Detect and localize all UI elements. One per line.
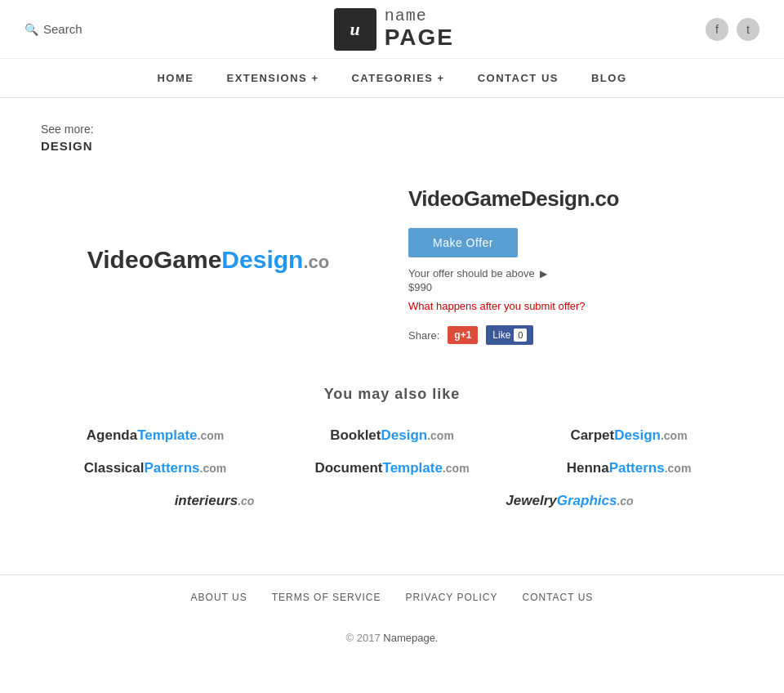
category-link[interactable]: DESIGN — [41, 139, 93, 153]
make-offer-button[interactable]: Make Offer — [408, 228, 518, 257]
item-part2: Patterns — [609, 460, 665, 476]
item-part2: Design — [614, 427, 661, 443]
offer-arrow-icon: ▶ — [540, 268, 547, 279]
item-part2: Patterns — [145, 460, 200, 476]
item-tld: .com — [443, 462, 470, 475]
see-more-label: See more: — [41, 123, 743, 136]
copyright-brand[interactable]: Namepage. — [383, 632, 438, 644]
copyright-year: © 2017 — [346, 632, 381, 644]
domain-logo: VideoGameDesign.co — [87, 246, 329, 274]
also-like-row3: interieurs.co JewelryGraphics.co — [41, 493, 743, 509]
item-tld: .com — [661, 429, 688, 442]
item-part1: Classical — [84, 460, 145, 476]
item-tld: .co — [617, 494, 633, 507]
fb-count: 0 — [514, 329, 527, 342]
footer-nav: ABOUT US TERMS OF SERVICE PRIVACY POLICY… — [0, 575, 784, 619]
item-part2: Template — [383, 460, 443, 476]
domain-logo-area: VideoGameDesign.co — [41, 178, 376, 342]
search-label: Search — [43, 22, 82, 36]
offer-hint-text: Your offer should be above — [408, 267, 535, 279]
item-part1: interieurs — [175, 493, 238, 508]
item-part2: Design — [381, 427, 427, 443]
also-like-title: You may also like — [41, 386, 743, 403]
footer-terms[interactable]: TERMS OF SERVICE — [272, 592, 381, 603]
item-tld: .com — [198, 429, 225, 442]
item-part1: Booklet — [330, 427, 381, 443]
fb-like-label: Like — [492, 329, 510, 341]
domain-title: VideoGameDesign.co — [408, 186, 743, 212]
search-icon: 🔍 — [24, 23, 38, 36]
also-like-section: You may also like AgendaTemplate.com Boo… — [41, 386, 743, 509]
also-like-row1: AgendaTemplate.com BookletDesign.com Car… — [41, 427, 743, 444]
list-item[interactable]: ClassicalPatterns.com — [84, 460, 226, 476]
main-content: See more: DESIGN VideoGameDesign.co Vide… — [24, 98, 760, 534]
share-label: Share: — [408, 329, 439, 342]
social-icons: f t — [706, 18, 760, 41]
copyright: © 2017 Namepage. — [0, 619, 784, 656]
nav-extensions[interactable]: EXTENSIONS + — [226, 72, 318, 84]
footer-about[interactable]: ABOUT US — [191, 592, 247, 603]
list-item[interactable]: HennaPatterns.com — [567, 460, 692, 476]
nav-contact[interactable]: CONTACT US — [478, 72, 559, 84]
item-part1: Carpet — [570, 427, 614, 443]
breadcrumb: See more: DESIGN — [41, 123, 743, 154]
item-tld: .com — [665, 462, 692, 475]
list-item[interactable]: JewelryGraphics.co — [506, 493, 633, 509]
item-part1: Henna — [567, 460, 609, 476]
nav-blog[interactable]: BLOG — [591, 72, 627, 84]
twitter-icon[interactable]: t — [737, 18, 760, 41]
list-item[interactable]: CarpetDesign.com — [570, 427, 687, 444]
logo-icon: u — [334, 8, 376, 51]
logo-text: name PAGE — [385, 7, 454, 51]
offer-hint: Your offer should be above ▶ — [408, 267, 743, 279]
domain-logo-part2: Design — [221, 246, 303, 273]
logo-name: name — [385, 7, 454, 25]
footer-contact[interactable]: CONTACT US — [522, 592, 593, 603]
nav-categories[interactable]: CATEGORIES + — [351, 72, 444, 84]
header: 🔍 Search u name PAGE f t — [0, 0, 784, 59]
item-tld: .com — [427, 429, 454, 442]
list-item[interactable]: BookletDesign.com — [330, 427, 454, 444]
offer-amount: $990 — [408, 281, 743, 293]
domain-logo-tld: .co — [303, 252, 329, 272]
list-item[interactable]: AgendaTemplate.com — [87, 427, 224, 444]
domain-showcase: VideoGameDesign.co VideoGameDesign.co Ma… — [41, 178, 743, 345]
item-part2: Graphics — [557, 493, 617, 508]
domain-logo-part1: VideoGame — [87, 246, 222, 273]
logo[interactable]: u name PAGE — [334, 7, 454, 51]
logo-page: PAGE — [385, 25, 454, 51]
item-tld: .co — [238, 494, 254, 507]
list-item[interactable]: interieurs.co — [175, 493, 255, 509]
item-part2: Template — [137, 427, 197, 443]
gplus-button[interactable]: g+1 — [448, 326, 478, 344]
nav-home[interactable]: HOME — [157, 72, 194, 84]
item-part1: Agenda — [87, 427, 137, 443]
list-item[interactable]: DocumentTemplate.com — [314, 460, 469, 476]
item-tld: .com — [200, 462, 227, 475]
item-part1: Jewelry — [506, 493, 556, 508]
also-like-row2: ClassicalPatterns.com DocumentTemplate.c… — [41, 460, 743, 476]
share-row: Share: g+1 Like 0 — [408, 325, 743, 345]
item-part1: Document — [314, 460, 382, 476]
main-nav: HOME EXTENSIONS + CATEGORIES + CONTACT U… — [0, 59, 784, 98]
fb-like-button[interactable]: Like 0 — [486, 325, 533, 345]
what-happens-link[interactable]: What happens after you submit offer? — [408, 300, 743, 312]
search-area[interactable]: 🔍 Search — [24, 22, 82, 36]
domain-info: VideoGameDesign.co Make Offer Your offer… — [408, 178, 743, 345]
facebook-icon[interactable]: f — [706, 18, 728, 41]
footer-privacy[interactable]: PRIVACY POLICY — [406, 592, 498, 603]
